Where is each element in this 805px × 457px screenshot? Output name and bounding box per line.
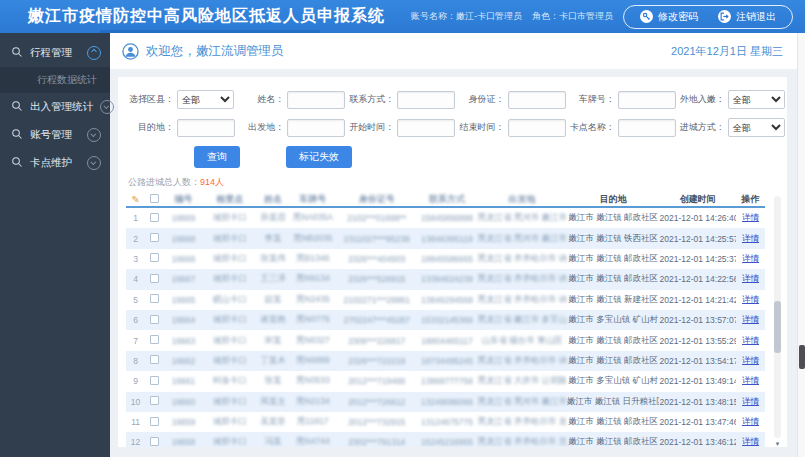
cell-checkpoint: 砚山卡口 xyxy=(203,294,257,306)
row-checkbox[interactable] xyxy=(150,294,159,303)
cell-created-time: 2021-12-01 13:49:14 xyxy=(659,376,736,386)
detail-link[interactable]: 详情 xyxy=(742,416,759,426)
detail-link[interactable]: 详情 xyxy=(742,273,759,283)
cell-operation: 详情 xyxy=(736,396,765,408)
logout-button[interactable]: 注销退出 xyxy=(718,10,776,24)
filter-input[interactable] xyxy=(287,119,345,137)
cell-name: 赵某 xyxy=(257,294,289,306)
cell-plate: 黑N4744 xyxy=(289,436,337,447)
sidebar-item-2[interactable]: 出入管理统计 xyxy=(0,93,110,121)
edit-pencil-icon[interactable]: ✎ xyxy=(126,194,145,205)
filter-form: 选择区县：全部姓名：联系方式：身份证：车牌号：外地入嫩：全部目的地：出发地：开始… xyxy=(118,77,787,137)
detail-link[interactable]: 详情 xyxy=(742,253,759,263)
filter-input[interactable] xyxy=(397,91,455,109)
main-area: 欢迎您，嫩江流调管理员 2021年12月1日 星期三 选择区县：全部姓名：联系方… xyxy=(110,33,797,457)
cell-id: 16665 xyxy=(164,295,202,305)
cell-name: 吴某菲 xyxy=(257,416,289,428)
cell-id: 16668 xyxy=(164,234,202,244)
query-button[interactable]: 查询 xyxy=(194,146,240,168)
filter-input[interactable] xyxy=(618,91,676,109)
col-header-plate: 车牌号 xyxy=(289,193,337,206)
filter-select[interactable]: 全部 xyxy=(728,118,785,137)
filter-select[interactable]: 全部 xyxy=(177,90,234,109)
cell-name: 冯某 xyxy=(257,436,289,447)
detail-link[interactable]: 详情 xyxy=(742,314,759,324)
cell-id: 16659 xyxy=(164,417,202,427)
cell-destination: 嫩江市 嫩江镇 邮政社区 xyxy=(567,253,660,265)
row-number: 2 xyxy=(126,234,145,244)
row-checkbox[interactable] xyxy=(150,396,159,405)
filter-field-8: 出发地： xyxy=(236,118,346,137)
table-scrollbar[interactable]: ▼ xyxy=(774,196,781,438)
filter-field-2: 姓名： xyxy=(236,90,346,109)
table-scrollbar-thumb[interactable] xyxy=(774,301,781,353)
filter-field-4: 身份证： xyxy=(457,90,567,109)
chevron-up-icon[interactable] xyxy=(87,46,101,60)
scrollbar-down-arrow-icon[interactable]: ▼ xyxy=(774,441,781,447)
filter-select[interactable]: 全部 xyxy=(728,90,785,109)
filter-label: 出发地： xyxy=(236,121,284,134)
row-checkbox[interactable] xyxy=(150,376,159,385)
change-password-label: 修改密码 xyxy=(658,10,698,24)
cell-created-time: 2021-12-01 13:55:29 xyxy=(659,336,736,346)
row-checkbox[interactable] xyxy=(150,213,159,222)
sidebar-item-1[interactable]: 行程管理 xyxy=(0,39,110,67)
detail-link[interactable]: 详情 xyxy=(742,294,759,304)
detail-link[interactable]: 详情 xyxy=(742,375,759,385)
table-row: 616664城郊卡口谢某艳黑N07752702247***45287153321… xyxy=(126,310,765,330)
cell-plate: 黑N9134 xyxy=(289,273,337,285)
detail-link[interactable]: 详情 xyxy=(742,436,759,446)
filter-input[interactable] xyxy=(618,119,676,137)
select-all-checkbox[interactable] xyxy=(150,194,159,203)
filter-input[interactable] xyxy=(508,119,566,137)
row-checkbox-cell xyxy=(145,274,164,285)
filter-label: 联系方式： xyxy=(346,93,394,106)
header-checkbox-cell xyxy=(145,194,164,205)
cell-checkpoint: 城郊卡口 xyxy=(203,273,257,285)
row-checkbox[interactable] xyxy=(150,315,159,324)
row-checkbox[interactable] xyxy=(150,417,159,426)
detail-link[interactable]: 详情 xyxy=(742,335,759,345)
cell-created-time: 2021-12-01 14:21:42 xyxy=(659,295,736,305)
page-scrollbar-thumb[interactable] xyxy=(799,345,805,369)
filter-input[interactable] xyxy=(508,91,566,109)
detail-link[interactable]: 详情 xyxy=(742,212,759,222)
filter-input[interactable] xyxy=(397,119,455,137)
detail-link[interactable]: 详情 xyxy=(742,355,759,365)
cell-id: 16663 xyxy=(164,336,202,346)
row-checkbox[interactable] xyxy=(150,233,159,242)
cell-name: 丁某木 xyxy=(257,355,289,367)
topbar-right: 账号名称：嫩江-卡口管理员 角色：卡口市管理员 修改密码 注销退出 xyxy=(411,5,793,29)
row-checkbox[interactable] xyxy=(150,437,159,446)
table-row: 416667城郊卡口王三泽黑N91342326***52691513394624… xyxy=(126,269,765,289)
title-underline xyxy=(100,30,320,33)
filter-input[interactable] xyxy=(177,119,235,137)
row-checkbox[interactable] xyxy=(150,274,159,283)
sidebar-item-4[interactable]: 卡点维护 xyxy=(0,149,110,177)
cell-destination: 嫩江市 嫩江镇 邮政社区 xyxy=(567,416,660,428)
col-header-origin: 出发地 xyxy=(477,193,566,206)
row-checkbox[interactable] xyxy=(150,253,159,262)
page-scrollbar[interactable] xyxy=(797,33,805,457)
cell-checkpoint: 城郊卡口 xyxy=(203,396,257,408)
mark-invalid-button[interactable]: 标记失效 xyxy=(286,146,352,168)
filter-input[interactable] xyxy=(287,91,345,109)
chevron-glyph xyxy=(91,49,97,55)
detail-link[interactable]: 详情 xyxy=(742,233,759,243)
cell-phone: 15332145366 xyxy=(417,315,478,325)
table-row: 816662城郊卡口丁某木黑N68892326***72221918734495… xyxy=(126,351,765,371)
row-checkbox[interactable] xyxy=(150,355,159,364)
cell-plate: 黑N2134 xyxy=(289,396,337,408)
cell-idcard: 2102***01698** xyxy=(337,213,417,223)
sidebar-item-3[interactable]: 账号管理 xyxy=(0,121,110,149)
chevron-down-icon[interactable] xyxy=(87,156,101,170)
total-count-value: 914人 xyxy=(200,177,224,187)
change-password-button[interactable]: 修改密码 xyxy=(640,10,698,24)
sidebar-subitem-trip-statistics[interactable]: 行程数据统计 xyxy=(0,67,110,93)
chevron-down-icon[interactable] xyxy=(87,128,101,142)
chevron-glyph xyxy=(103,103,109,109)
row-checkbox[interactable] xyxy=(150,335,159,344)
table-row: 516665砚山卡口赵某黑N24352102271***298611384629… xyxy=(126,290,765,310)
detail-link[interactable]: 详情 xyxy=(742,396,759,406)
sidebar-item-label: 账号管理 xyxy=(30,128,72,142)
